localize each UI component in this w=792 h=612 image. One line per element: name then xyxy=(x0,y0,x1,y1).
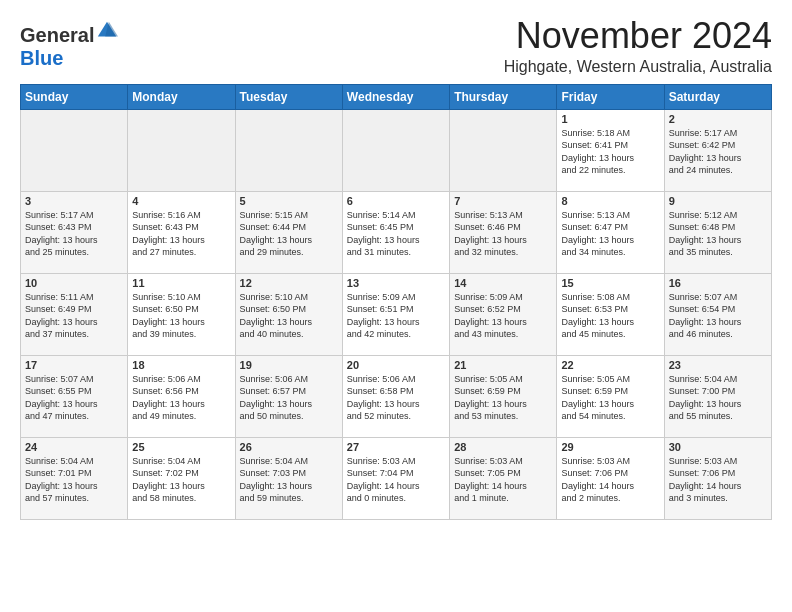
day-info: Sunrise: 5:16 AM Sunset: 6:43 PM Dayligh… xyxy=(132,209,230,259)
calendar-cell: 25Sunrise: 5:04 AM Sunset: 7:02 PM Dayli… xyxy=(128,437,235,519)
day-header-friday: Friday xyxy=(557,84,664,109)
calendar-cell: 8Sunrise: 5:13 AM Sunset: 6:47 PM Daylig… xyxy=(557,191,664,273)
calendar-cell: 28Sunrise: 5:03 AM Sunset: 7:05 PM Dayli… xyxy=(450,437,557,519)
day-info: Sunrise: 5:06 AM Sunset: 6:57 PM Dayligh… xyxy=(240,373,338,423)
day-info: Sunrise: 5:04 AM Sunset: 7:00 PM Dayligh… xyxy=(669,373,767,423)
day-info: Sunrise: 5:03 AM Sunset: 7:04 PM Dayligh… xyxy=(347,455,445,505)
day-number: 20 xyxy=(347,359,445,371)
day-header-thursday: Thursday xyxy=(450,84,557,109)
day-number: 14 xyxy=(454,277,552,289)
day-info: Sunrise: 5:10 AM Sunset: 6:50 PM Dayligh… xyxy=(132,291,230,341)
calendar-week-3: 10Sunrise: 5:11 AM Sunset: 6:49 PM Dayli… xyxy=(21,273,772,355)
logo-icon xyxy=(96,20,118,42)
day-number: 28 xyxy=(454,441,552,453)
day-info: Sunrise: 5:03 AM Sunset: 7:05 PM Dayligh… xyxy=(454,455,552,505)
day-number: 3 xyxy=(25,195,123,207)
day-info: Sunrise: 5:05 AM Sunset: 6:59 PM Dayligh… xyxy=(454,373,552,423)
calendar-week-5: 24Sunrise: 5:04 AM Sunset: 7:01 PM Dayli… xyxy=(21,437,772,519)
calendar-cell: 10Sunrise: 5:11 AM Sunset: 6:49 PM Dayli… xyxy=(21,273,128,355)
day-number: 9 xyxy=(669,195,767,207)
page: General Blue November 2024 Highgate, Wes… xyxy=(0,0,792,530)
month-title: November 2024 xyxy=(504,16,772,56)
day-number: 2 xyxy=(669,113,767,125)
calendar-cell: 12Sunrise: 5:10 AM Sunset: 6:50 PM Dayli… xyxy=(235,273,342,355)
calendar-cell xyxy=(21,109,128,191)
day-info: Sunrise: 5:04 AM Sunset: 7:01 PM Dayligh… xyxy=(25,455,123,505)
day-info: Sunrise: 5:14 AM Sunset: 6:45 PM Dayligh… xyxy=(347,209,445,259)
calendar-cell: 17Sunrise: 5:07 AM Sunset: 6:55 PM Dayli… xyxy=(21,355,128,437)
day-header-tuesday: Tuesday xyxy=(235,84,342,109)
day-number: 10 xyxy=(25,277,123,289)
day-number: 13 xyxy=(347,277,445,289)
day-info: Sunrise: 5:10 AM Sunset: 6:50 PM Dayligh… xyxy=(240,291,338,341)
location: Highgate, Western Australia, Australia xyxy=(504,58,772,76)
calendar-cell: 22Sunrise: 5:05 AM Sunset: 6:59 PM Dayli… xyxy=(557,355,664,437)
day-number: 18 xyxy=(132,359,230,371)
calendar-cell: 7Sunrise: 5:13 AM Sunset: 6:46 PM Daylig… xyxy=(450,191,557,273)
day-number: 5 xyxy=(240,195,338,207)
day-info: Sunrise: 5:06 AM Sunset: 6:58 PM Dayligh… xyxy=(347,373,445,423)
calendar-cell: 26Sunrise: 5:04 AM Sunset: 7:03 PM Dayli… xyxy=(235,437,342,519)
day-info: Sunrise: 5:17 AM Sunset: 6:42 PM Dayligh… xyxy=(669,127,767,177)
calendar: SundayMondayTuesdayWednesdayThursdayFrid… xyxy=(20,84,772,520)
day-number: 26 xyxy=(240,441,338,453)
calendar-cell: 27Sunrise: 5:03 AM Sunset: 7:04 PM Dayli… xyxy=(342,437,449,519)
calendar-cell xyxy=(450,109,557,191)
header: General Blue November 2024 Highgate, Wes… xyxy=(20,16,772,76)
day-number: 15 xyxy=(561,277,659,289)
day-info: Sunrise: 5:13 AM Sunset: 6:46 PM Dayligh… xyxy=(454,209,552,259)
day-info: Sunrise: 5:12 AM Sunset: 6:48 PM Dayligh… xyxy=(669,209,767,259)
day-number: 19 xyxy=(240,359,338,371)
day-info: Sunrise: 5:06 AM Sunset: 6:56 PM Dayligh… xyxy=(132,373,230,423)
day-number: 4 xyxy=(132,195,230,207)
day-number: 23 xyxy=(669,359,767,371)
calendar-cell: 19Sunrise: 5:06 AM Sunset: 6:57 PM Dayli… xyxy=(235,355,342,437)
calendar-cell: 11Sunrise: 5:10 AM Sunset: 6:50 PM Dayli… xyxy=(128,273,235,355)
logo-general-text: General xyxy=(20,24,94,47)
calendar-cell: 24Sunrise: 5:04 AM Sunset: 7:01 PM Dayli… xyxy=(21,437,128,519)
day-number: 29 xyxy=(561,441,659,453)
day-number: 16 xyxy=(669,277,767,289)
day-info: Sunrise: 5:05 AM Sunset: 6:59 PM Dayligh… xyxy=(561,373,659,423)
day-number: 22 xyxy=(561,359,659,371)
day-number: 30 xyxy=(669,441,767,453)
calendar-cell: 3Sunrise: 5:17 AM Sunset: 6:43 PM Daylig… xyxy=(21,191,128,273)
day-info: Sunrise: 5:04 AM Sunset: 7:03 PM Dayligh… xyxy=(240,455,338,505)
day-info: Sunrise: 5:04 AM Sunset: 7:02 PM Dayligh… xyxy=(132,455,230,505)
calendar-cell: 21Sunrise: 5:05 AM Sunset: 6:59 PM Dayli… xyxy=(450,355,557,437)
title-block: November 2024 Highgate, Western Australi… xyxy=(504,16,772,76)
calendar-cell: 16Sunrise: 5:07 AM Sunset: 6:54 PM Dayli… xyxy=(664,273,771,355)
day-info: Sunrise: 5:07 AM Sunset: 6:54 PM Dayligh… xyxy=(669,291,767,341)
day-header-monday: Monday xyxy=(128,84,235,109)
day-number: 25 xyxy=(132,441,230,453)
day-info: Sunrise: 5:07 AM Sunset: 6:55 PM Dayligh… xyxy=(25,373,123,423)
day-info: Sunrise: 5:03 AM Sunset: 7:06 PM Dayligh… xyxy=(561,455,659,505)
day-header-saturday: Saturday xyxy=(664,84,771,109)
calendar-cell: 9Sunrise: 5:12 AM Sunset: 6:48 PM Daylig… xyxy=(664,191,771,273)
calendar-cell: 2Sunrise: 5:17 AM Sunset: 6:42 PM Daylig… xyxy=(664,109,771,191)
day-header-sunday: Sunday xyxy=(21,84,128,109)
day-number: 6 xyxy=(347,195,445,207)
calendar-cell: 15Sunrise: 5:08 AM Sunset: 6:53 PM Dayli… xyxy=(557,273,664,355)
calendar-week-4: 17Sunrise: 5:07 AM Sunset: 6:55 PM Dayli… xyxy=(21,355,772,437)
day-number: 12 xyxy=(240,277,338,289)
calendar-cell: 6Sunrise: 5:14 AM Sunset: 6:45 PM Daylig… xyxy=(342,191,449,273)
calendar-body: 1Sunrise: 5:18 AM Sunset: 6:41 PM Daylig… xyxy=(21,109,772,519)
calendar-cell: 5Sunrise: 5:15 AM Sunset: 6:44 PM Daylig… xyxy=(235,191,342,273)
day-info: Sunrise: 5:09 AM Sunset: 6:51 PM Dayligh… xyxy=(347,291,445,341)
calendar-week-2: 3Sunrise: 5:17 AM Sunset: 6:43 PM Daylig… xyxy=(21,191,772,273)
calendar-cell: 30Sunrise: 5:03 AM Sunset: 7:06 PM Dayli… xyxy=(664,437,771,519)
day-number: 17 xyxy=(25,359,123,371)
day-info: Sunrise: 5:03 AM Sunset: 7:06 PM Dayligh… xyxy=(669,455,767,505)
day-number: 24 xyxy=(25,441,123,453)
day-info: Sunrise: 5:08 AM Sunset: 6:53 PM Dayligh… xyxy=(561,291,659,341)
day-number: 7 xyxy=(454,195,552,207)
calendar-cell: 18Sunrise: 5:06 AM Sunset: 6:56 PM Dayli… xyxy=(128,355,235,437)
day-info: Sunrise: 5:18 AM Sunset: 6:41 PM Dayligh… xyxy=(561,127,659,177)
calendar-week-1: 1Sunrise: 5:18 AM Sunset: 6:41 PM Daylig… xyxy=(21,109,772,191)
calendar-cell: 1Sunrise: 5:18 AM Sunset: 6:41 PM Daylig… xyxy=(557,109,664,191)
day-number: 1 xyxy=(561,113,659,125)
calendar-cell: 23Sunrise: 5:04 AM Sunset: 7:00 PM Dayli… xyxy=(664,355,771,437)
day-number: 8 xyxy=(561,195,659,207)
day-number: 21 xyxy=(454,359,552,371)
